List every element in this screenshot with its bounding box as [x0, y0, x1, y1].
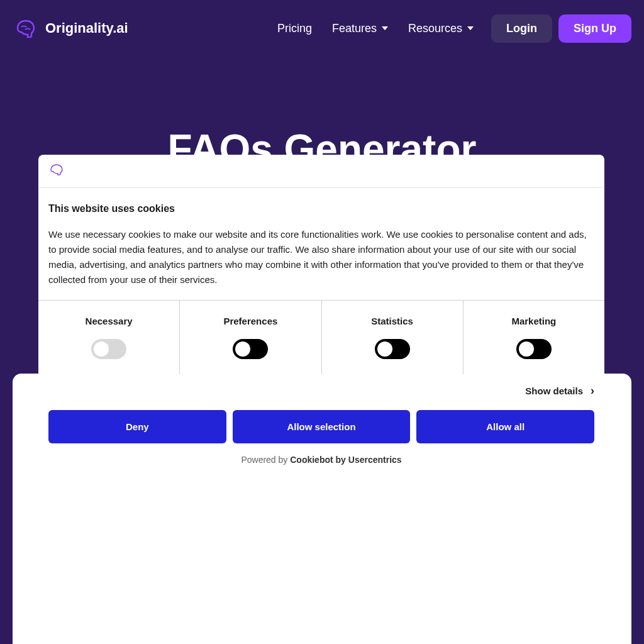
toggle-knob	[235, 341, 250, 357]
allow-all-button[interactable]: Allow all	[416, 410, 594, 443]
chevron-right-icon: ›	[591, 384, 594, 397]
cookie-modal-title: This website uses cookies	[48, 203, 594, 214]
powered-by-brand[interactable]: Cookiebot by Usercentrics	[290, 455, 401, 465]
brain-icon	[48, 164, 65, 176]
category-label: Marketing	[511, 316, 556, 326]
category-preferences: Preferences	[180, 301, 321, 374]
show-details-link[interactable]: Show details ›	[48, 384, 594, 397]
cookie-categories: Necessary Preferences Statistics Marketi…	[38, 300, 604, 374]
category-label: Preferences	[223, 316, 277, 326]
show-details-label: Show details	[525, 386, 583, 396]
powered-by-prefix: Powered by	[241, 455, 290, 465]
action-buttons: Deny Allow selection Allow all	[48, 410, 594, 443]
cookie-consent-modal: This website uses cookies We use necessa…	[38, 155, 604, 475]
modal-header	[38, 155, 604, 188]
category-marketing: Marketing	[464, 301, 604, 374]
toggle-knob	[377, 341, 392, 357]
allow-selection-button[interactable]: Allow selection	[233, 410, 411, 443]
category-label: Necessary	[86, 316, 133, 326]
modal-footer: Show details › Deny Allow selection Allo…	[38, 374, 604, 475]
powered-by: Powered by Cookiebot by Usercentrics	[48, 455, 594, 465]
toggle-marketing[interactable]	[516, 339, 552, 359]
toggle-statistics[interactable]	[375, 339, 410, 359]
modal-body: This website uses cookies We use necessa…	[38, 188, 604, 300]
toggle-preferences[interactable]	[233, 339, 268, 359]
category-necessary: Necessary	[38, 301, 180, 374]
toggle-necessary	[91, 339, 126, 359]
toggle-knob	[94, 341, 109, 357]
category-statistics: Statistics	[322, 301, 464, 374]
deny-button[interactable]: Deny	[48, 410, 226, 443]
modal-overlay: This website uses cookies We use necessa…	[0, 0, 644, 644]
toggle-knob	[519, 341, 534, 357]
cookie-modal-description: We use necessary cookies to make our web…	[48, 227, 594, 287]
category-label: Statistics	[371, 316, 413, 326]
